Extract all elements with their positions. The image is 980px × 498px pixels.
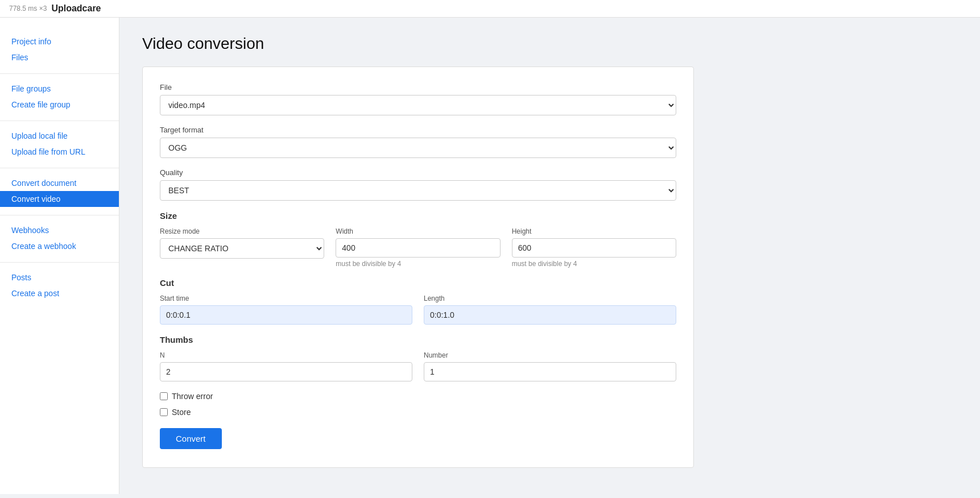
- number-input[interactable]: [424, 362, 676, 381]
- sidebar-item-create-file-group[interactable]: Create file group: [0, 97, 119, 113]
- sidebar-item-project-info[interactable]: Project info: [0, 34, 119, 49]
- file-label: File: [160, 83, 676, 92]
- sidebar-section: File groupsCreate file group: [0, 76, 119, 121]
- quality-select[interactable]: BESTBETTERBALANCEDWORSEWORST: [160, 180, 676, 201]
- height-input[interactable]: [512, 238, 676, 258]
- perf-indicator: 778.5 ms ×3: [9, 5, 47, 13]
- cut-section: Cut Start time Length: [160, 278, 676, 325]
- width-input[interactable]: [336, 238, 500, 258]
- throw-error-checkbox[interactable]: [160, 392, 168, 400]
- target-format-group: Target format OGGMP4WEBMMP3FLACAAC: [160, 126, 676, 158]
- sidebar-item-create-post[interactable]: Create a post: [0, 285, 119, 301]
- main-content: Video conversion File video.mp4 Target f…: [119, 18, 980, 494]
- throw-error-label[interactable]: Throw error: [172, 392, 213, 401]
- file-group: File video.mp4: [160, 83, 676, 115]
- target-format-select[interactable]: OGGMP4WEBMMP3FLACAAC: [160, 138, 676, 158]
- size-section: Size Resize mode CHANGE RATIOSCALE CROPA…: [160, 211, 676, 268]
- height-label: Height: [512, 227, 676, 235]
- sidebar-item-convert-video[interactable]: Convert video: [0, 191, 119, 207]
- sidebar-item-create-webhook[interactable]: Create a webhook: [0, 238, 119, 254]
- top-bar: 778.5 ms ×3 Uploadcare: [0, 0, 980, 18]
- start-time-input[interactable]: [160, 305, 412, 325]
- store-group: Store: [160, 408, 676, 417]
- conversion-card: File video.mp4 Target format OGGMP4WEBMM…: [142, 67, 694, 468]
- sidebar: Project infoFilesFile groupsCreate file …: [0, 18, 119, 494]
- resize-mode-select[interactable]: CHANGE RATIOSCALE CROPADD PADDING: [160, 238, 324, 259]
- height-col: Height must be divisible by 4: [512, 227, 676, 268]
- width-label: Width: [336, 227, 500, 235]
- file-select[interactable]: video.mp4: [160, 95, 676, 115]
- sidebar-item-convert-document[interactable]: Convert document: [0, 175, 119, 191]
- thumbs-section: Thumbs N Number: [160, 335, 676, 381]
- target-format-label: Target format: [160, 126, 676, 134]
- length-input[interactable]: [424, 305, 676, 325]
- length-label: Length: [424, 294, 676, 302]
- length-col: Length: [424, 294, 676, 325]
- sidebar-section: Upload local fileUpload file from URL: [0, 123, 119, 168]
- n-label: N: [160, 351, 412, 359]
- size-row: Resize mode CHANGE RATIOSCALE CROPADD PA…: [160, 227, 676, 268]
- quality-group: Quality BESTBETTERBALANCEDWORSEWORST: [160, 168, 676, 201]
- sidebar-section: PostsCreate a post: [0, 265, 119, 309]
- store-checkbox[interactable]: [160, 408, 168, 416]
- page-title: Video conversion: [142, 35, 957, 53]
- quality-label: Quality: [160, 168, 676, 177]
- thumbs-row: N Number: [160, 351, 676, 381]
- sidebar-item-file-groups[interactable]: File groups: [0, 81, 119, 97]
- n-input[interactable]: [160, 362, 412, 381]
- sidebar-item-upload-local-file[interactable]: Upload local file: [0, 128, 119, 144]
- throw-error-group: Throw error: [160, 392, 676, 401]
- sidebar-section: WebhooksCreate a webhook: [0, 218, 119, 263]
- width-col: Width must be divisible by 4: [336, 227, 500, 268]
- thumbs-section-title: Thumbs: [160, 335, 676, 345]
- height-hint: must be divisible by 4: [512, 260, 676, 268]
- start-time-label: Start time: [160, 294, 412, 302]
- cut-section-title: Cut: [160, 278, 676, 288]
- convert-button[interactable]: Convert: [160, 428, 222, 449]
- resize-mode-col: Resize mode CHANGE RATIOSCALE CROPADD PA…: [160, 227, 324, 268]
- store-label[interactable]: Store: [172, 408, 191, 417]
- resize-mode-label: Resize mode: [160, 227, 324, 235]
- sidebar-section: Project infoFiles: [0, 29, 119, 74]
- layout: Project infoFilesFile groupsCreate file …: [0, 18, 980, 494]
- brand-logo: Uploadcare: [51, 3, 101, 14]
- sidebar-section: Convert documentConvert video: [0, 171, 119, 215]
- number-col: Number: [424, 351, 676, 381]
- width-hint: must be divisible by 4: [336, 260, 500, 268]
- cut-row: Start time Length: [160, 294, 676, 325]
- sidebar-item-posts[interactable]: Posts: [0, 269, 119, 285]
- number-label: Number: [424, 351, 676, 359]
- sidebar-item-files[interactable]: Files: [0, 49, 119, 65]
- sidebar-item-upload-file-from-url[interactable]: Upload file from URL: [0, 144, 119, 160]
- start-time-col: Start time: [160, 294, 412, 325]
- sidebar-item-webhooks[interactable]: Webhooks: [0, 222, 119, 238]
- n-col: N: [160, 351, 412, 381]
- size-section-title: Size: [160, 211, 676, 221]
